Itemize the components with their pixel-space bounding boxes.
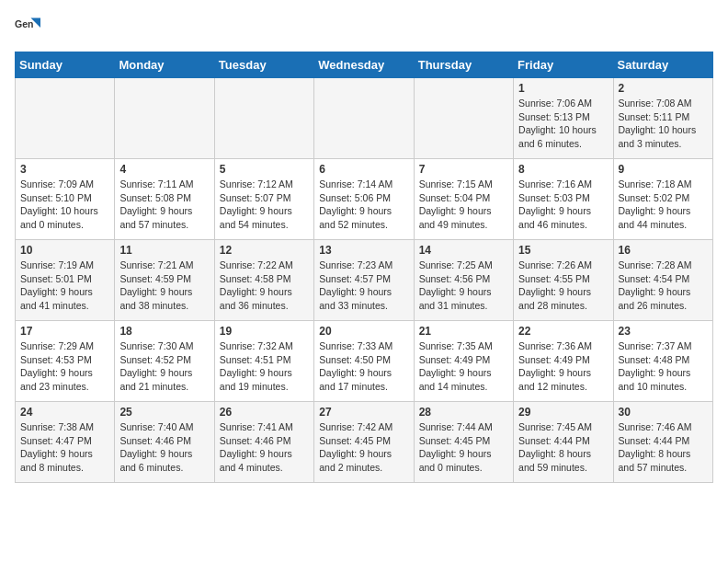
sunset-label: Sunset: 5:03 PM	[518, 192, 590, 203]
day-info: Sunrise: 7:19 AM Sunset: 5:01 PM Dayligh…	[20, 259, 109, 313]
sunrise-label: Sunrise: 7:09 AM	[20, 178, 94, 190]
daylight-label: Daylight: 9 hours and 36 minutes.	[220, 286, 292, 311]
weekday-header: Tuesday	[214, 52, 313, 78]
daylight-label: Daylight: 9 hours and 38 minutes.	[119, 286, 192, 311]
calendar-cell: 18 Sunrise: 7:30 AM Sunset: 4:52 PM Dayl…	[115, 321, 214, 402]
sunset-label: Sunset: 4:49 PM	[419, 354, 491, 365]
daylight-label: Daylight: 9 hours and 44 minutes.	[619, 205, 691, 230]
sunset-label: Sunset: 5:10 PM	[20, 192, 92, 203]
day-number: 6	[319, 163, 408, 176]
daylight-label: Daylight: 9 hours and 14 minutes.	[419, 367, 492, 392]
day-info: Sunrise: 7:18 AM Sunset: 5:02 PM Dayligh…	[619, 178, 708, 232]
sunset-label: Sunset: 4:53 PM	[20, 354, 92, 365]
calendar-cell: 3 Sunrise: 7:09 AM Sunset: 5:10 PM Dayli…	[16, 159, 115, 240]
sunrise-label: Sunrise: 7:30 AM	[119, 340, 193, 351]
day-info: Sunrise: 7:22 AM Sunset: 4:58 PM Dayligh…	[220, 259, 309, 313]
day-info: Sunrise: 7:06 AM Sunset: 5:13 PM Dayligh…	[518, 97, 608, 151]
day-number: 10	[20, 244, 109, 257]
calendar-cell	[115, 78, 214, 159]
daylight-label: Daylight: 9 hours and 28 minutes.	[518, 286, 591, 311]
daylight-label: Daylight: 9 hours and 0 minutes.	[419, 448, 492, 473]
calendar-cell: 13 Sunrise: 7:23 AM Sunset: 4:57 PM Dayl…	[314, 240, 414, 321]
day-info: Sunrise: 7:15 AM Sunset: 5:04 PM Dayligh…	[419, 178, 508, 232]
sunrise-label: Sunrise: 7:42 AM	[319, 421, 392, 432]
sunset-label: Sunset: 5:04 PM	[419, 192, 491, 203]
day-number: 26	[220, 406, 309, 419]
calendar-cell: 11 Sunrise: 7:21 AM Sunset: 4:59 PM Dayl…	[115, 240, 214, 321]
calendar-week-row: 10 Sunrise: 7:19 AM Sunset: 5:01 PM Dayl…	[16, 240, 713, 321]
weekday-header: Monday	[115, 52, 214, 78]
sunrise-label: Sunrise: 7:28 AM	[619, 259, 692, 270]
sunset-label: Sunset: 4:55 PM	[518, 273, 590, 284]
day-number: 20	[319, 325, 408, 338]
calendar-cell: 20 Sunrise: 7:33 AM Sunset: 4:50 PM Dayl…	[314, 321, 414, 402]
day-info: Sunrise: 7:30 AM Sunset: 4:52 PM Dayligh…	[119, 339, 209, 394]
sunset-label: Sunset: 4:45 PM	[419, 435, 491, 446]
calendar-cell: 27 Sunrise: 7:42 AM Sunset: 4:45 PM Dayl…	[314, 402, 414, 483]
sunrise-label: Sunrise: 7:22 AM	[220, 259, 293, 270]
day-number: 25	[119, 406, 209, 419]
sunset-label: Sunset: 4:48 PM	[619, 354, 690, 365]
day-info: Sunrise: 7:16 AM Sunset: 5:03 PM Dayligh…	[518, 178, 608, 232]
daylight-label: Daylight: 9 hours and 41 minutes.	[20, 286, 93, 311]
calendar-cell: 15 Sunrise: 7:26 AM Sunset: 4:55 PM Dayl…	[514, 240, 613, 321]
sunrise-label: Sunrise: 7:19 AM	[20, 259, 94, 270]
weekday-header: Thursday	[414, 52, 513, 78]
calendar-cell: 17 Sunrise: 7:29 AM Sunset: 4:53 PM Dayl…	[16, 321, 115, 402]
day-info: Sunrise: 7:08 AM Sunset: 5:11 PM Dayligh…	[619, 97, 708, 151]
calendar-week-row: 17 Sunrise: 7:29 AM Sunset: 4:53 PM Dayl…	[16, 321, 713, 402]
sunrise-label: Sunrise: 7:21 AM	[119, 259, 193, 270]
sunrise-label: Sunrise: 7:37 AM	[619, 340, 692, 351]
daylight-label: Daylight: 9 hours and 6 minutes.	[119, 448, 192, 473]
sunset-label: Sunset: 4:46 PM	[119, 435, 191, 446]
day-number: 7	[419, 163, 508, 176]
sunset-label: Sunset: 5:06 PM	[319, 192, 391, 203]
daylight-label: Daylight: 9 hours and 57 minutes.	[119, 205, 192, 230]
day-number: 21	[419, 325, 508, 338]
day-info: Sunrise: 7:12 AM Sunset: 5:07 PM Dayligh…	[220, 178, 309, 232]
calendar-cell: 8 Sunrise: 7:16 AM Sunset: 5:03 PM Dayli…	[514, 159, 613, 240]
calendar-cell	[414, 78, 513, 159]
calendar-cell: 22 Sunrise: 7:36 AM Sunset: 4:49 PM Dayl…	[514, 321, 613, 402]
day-info: Sunrise: 7:25 AM Sunset: 4:56 PM Dayligh…	[419, 259, 508, 313]
sunrise-label: Sunrise: 7:44 AM	[419, 421, 493, 432]
day-number: 16	[619, 244, 708, 257]
day-number: 24	[20, 406, 109, 419]
daylight-label: Daylight: 9 hours and 10 minutes.	[619, 367, 691, 392]
day-info: Sunrise: 7:26 AM Sunset: 4:55 PM Dayligh…	[518, 259, 608, 313]
day-info: Sunrise: 7:28 AM Sunset: 4:54 PM Dayligh…	[619, 259, 708, 313]
sunrise-label: Sunrise: 7:14 AM	[319, 178, 392, 190]
day-info: Sunrise: 7:32 AM Sunset: 4:51 PM Dayligh…	[220, 339, 309, 394]
daylight-label: Daylight: 9 hours and 21 minutes.	[119, 367, 192, 392]
sunrise-label: Sunrise: 7:46 AM	[619, 421, 692, 432]
calendar-cell: 9 Sunrise: 7:18 AM Sunset: 5:02 PM Dayli…	[613, 159, 712, 240]
weekday-header: Friday	[514, 52, 613, 78]
sunrise-label: Sunrise: 7:32 AM	[220, 340, 293, 351]
daylight-label: Daylight: 9 hours and 8 minutes.	[20, 448, 93, 473]
sunrise-label: Sunrise: 7:06 AM	[518, 98, 592, 109]
calendar-cell: 29 Sunrise: 7:45 AM Sunset: 4:44 PM Dayl…	[514, 402, 613, 483]
day-number: 23	[619, 325, 708, 338]
day-info: Sunrise: 7:42 AM Sunset: 4:45 PM Dayligh…	[319, 420, 408, 475]
day-number: 28	[419, 406, 508, 419]
sunrise-label: Sunrise: 7:18 AM	[619, 178, 692, 190]
sunset-label: Sunset: 5:08 PM	[119, 192, 191, 203]
calendar-cell: 1 Sunrise: 7:06 AM Sunset: 5:13 PM Dayli…	[514, 78, 613, 159]
daylight-label: Daylight: 9 hours and 4 minutes.	[220, 448, 292, 473]
sunset-label: Sunset: 5:11 PM	[619, 111, 690, 122]
sunset-label: Sunset: 4:46 PM	[220, 435, 291, 446]
daylight-label: Daylight: 10 hours and 3 minutes.	[619, 124, 697, 149]
daylight-label: Daylight: 10 hours and 6 minutes.	[518, 124, 597, 149]
sunset-label: Sunset: 4:47 PM	[20, 435, 92, 446]
sunrise-label: Sunrise: 7:38 AM	[20, 421, 94, 432]
sunset-label: Sunset: 4:50 PM	[319, 354, 391, 365]
calendar-cell: 10 Sunrise: 7:19 AM Sunset: 5:01 PM Dayl…	[16, 240, 115, 321]
sunrise-label: Sunrise: 7:36 AM	[518, 340, 592, 351]
sunrise-label: Sunrise: 7:12 AM	[220, 178, 293, 190]
day-number: 30	[619, 406, 708, 419]
day-number: 15	[518, 244, 608, 257]
calendar-cell: 4 Sunrise: 7:11 AM Sunset: 5:08 PM Dayli…	[115, 159, 214, 240]
sunrise-label: Sunrise: 7:33 AM	[319, 340, 392, 351]
day-info: Sunrise: 7:21 AM Sunset: 4:59 PM Dayligh…	[119, 259, 209, 313]
calendar-cell: 19 Sunrise: 7:32 AM Sunset: 4:51 PM Dayl…	[214, 321, 313, 402]
